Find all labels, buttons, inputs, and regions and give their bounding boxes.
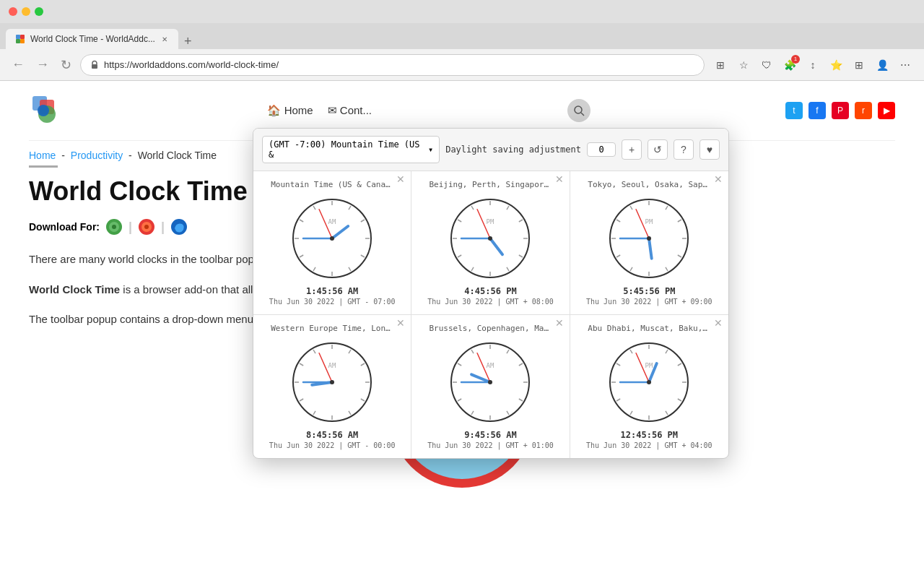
edge-icon[interactable] [170,218,188,236]
breadcrumb-home-link[interactable]: Home [29,150,56,161]
svg-point-8 [38,105,49,116]
clock-time: 9:45:56 AM [464,430,516,440]
svg-rect-1 [20,35,25,39]
forward-button[interactable]: → [33,54,52,75]
clock-remove-button[interactable]: ✕ [396,174,406,184]
firefox-alt-icon[interactable] [138,218,155,236]
clock-cell: ✕Brussels, Copenhagen, Madr... AM 9:45:5… [411,315,570,458]
breadcrumb-category-link[interactable]: Productivity [71,150,123,161]
firefox-icon[interactable] [105,218,123,236]
svg-point-43 [330,236,334,241]
active-tab[interactable]: World Clock Time - WorldAddc... ✕ [6,29,178,49]
clock-date: Thu Jun 30 2022 | GMT + 04:00 [586,441,712,449]
svg-text:PM: PM [487,218,494,225]
breadcrumb-sep1: - [61,150,65,161]
shield-icon[interactable]: 🛡 [757,55,777,75]
search-button[interactable] [567,99,590,122]
timezone-dropdown[interactable]: (GMT -7:00) Mountain Time (US & ▾ [262,136,440,163]
breadcrumb-current: World Clock Time [138,150,217,161]
svg-rect-0 [16,35,20,39]
header-nav: 🏠 Home ✉ Cont... [267,104,372,117]
tab-title: World Clock Time - WorldAddc... [30,34,155,44]
new-tab-button[interactable]: + [178,34,198,49]
menu-icon[interactable]: ⋯ [895,55,915,75]
reddit-icon[interactable]: r [855,102,872,119]
back-button[interactable]: ← [9,54,27,75]
clock-cell: ✕Tokyo, Seoul, Osaka, Sappo... PM 5:45:5… [570,171,728,315]
clock-name: Abu Dhabi, Muscat, Baku, T... [588,324,710,333]
nav-home[interactable]: 🏠 Home [267,104,313,117]
clock-face: PM [447,195,533,282]
clock-date: Thu Jun 30 2022 | GMT - 07:00 [269,298,396,306]
minimize-button[interactable] [22,7,30,16]
svg-text:AM: AM [487,362,494,369]
extensions-icon[interactable]: 🧩 1 [780,55,800,75]
clock-face: AM [289,339,375,426]
breadcrumb-underline [29,165,58,168]
reload-button[interactable]: ↻ [58,54,74,76]
title-bar [0,0,924,23]
bookmark-icon[interactable]: ☆ [733,55,754,75]
clock-remove-button[interactable]: ✕ [396,318,406,328]
svg-point-97 [330,380,334,384]
svg-rect-4 [92,64,97,69]
clock-popup: (GMT -7:00) Mountain Time (US & ▾ Daylig… [253,128,729,459]
svg-point-13 [112,225,116,229]
clock-remove-button[interactable]: ✕ [555,174,565,184]
clock-time: 12:45:56 PM [621,430,678,440]
favorites-button[interactable]: ♥ [699,139,720,160]
clock-time: 8:45:56 AM [306,430,358,440]
clock-cell: ✕Beijing, Perth, Singapore,... PM 4:45:5… [411,171,570,315]
breadcrumb-sep2: - [128,150,132,161]
favorites-icon[interactable]: ⭐ [826,55,846,75]
refresh-button[interactable]: ↺ [648,139,668,160]
clock-name: Mountain Time (US & Canada) [271,180,393,189]
clock-time: 4:45:56 PM [464,286,516,296]
site-logo [29,92,72,129]
popup-header: (GMT -7:00) Mountain Time (US & ▾ Daylig… [253,129,728,171]
clock-date: Thu Jun 30 2022 | GMT + 09:00 [586,298,712,306]
extension-badge: 1 [791,55,800,64]
collections-icon[interactable]: ⊞ [849,55,869,75]
clock-date: Thu Jun 30 2022 | GMT - 00:00 [269,441,396,449]
daylight-value[interactable]: 0 [587,142,616,157]
fullscreen-button[interactable] [35,7,43,16]
pinterest-icon[interactable]: P [832,102,849,119]
clock-remove-button[interactable]: ✕ [555,318,565,328]
nav-contact[interactable]: ✉ Cont... [328,104,372,117]
separator2: | [161,220,165,235]
facebook-icon[interactable]: f [808,102,826,119]
svg-point-115 [488,380,492,384]
svg-point-9 [575,106,582,113]
nav-bar: ← → ↻ https://worldaddons.com/world-cloc… [0,49,924,81]
social-icons: t f P r ▶ [785,102,895,119]
tab-close-icon[interactable]: ✕ [160,34,170,44]
clock-face: AM [289,195,375,282]
svg-rect-3 [20,39,25,43]
sync-icon[interactable]: ↕ [803,55,823,75]
svg-rect-2 [16,39,20,43]
svg-line-10 [581,113,584,116]
svg-text:AM: AM [328,218,336,225]
svg-text:PM: PM [645,218,653,225]
twitter-icon[interactable]: t [785,102,803,119]
reader-mode-icon[interactable]: ⊞ [710,55,731,75]
svg-point-61 [488,236,492,241]
help-button[interactable]: ? [674,139,694,160]
add-clock-button[interactable]: + [622,139,642,160]
svg-point-133 [647,380,651,384]
clock-name: Brussels, Copenhagen, Madr... [429,324,552,333]
close-button[interactable] [9,7,17,16]
clock-remove-button[interactable]: ✕ [714,174,724,184]
traffic-lights [9,7,43,16]
page-content: 🏠 Home ✉ Cont... t f P r ▶ [0,81,924,578]
download-label: Download For: [29,221,100,233]
clock-remove-button[interactable]: ✕ [714,318,724,328]
clock-name: Beijing, Perth, Singapore,... [429,180,552,189]
clock-face: PM [606,339,692,426]
svg-text:AM: AM [328,362,336,369]
youtube-icon[interactable]: ▶ [878,102,895,119]
profile-icon[interactable]: 👤 [872,55,892,75]
clocks-grid: ✕Mountain Time (US & Canada) AM 1:45:56 … [253,171,728,458]
address-bar[interactable]: https://worldaddons.com/world-clock-time… [80,54,705,76]
